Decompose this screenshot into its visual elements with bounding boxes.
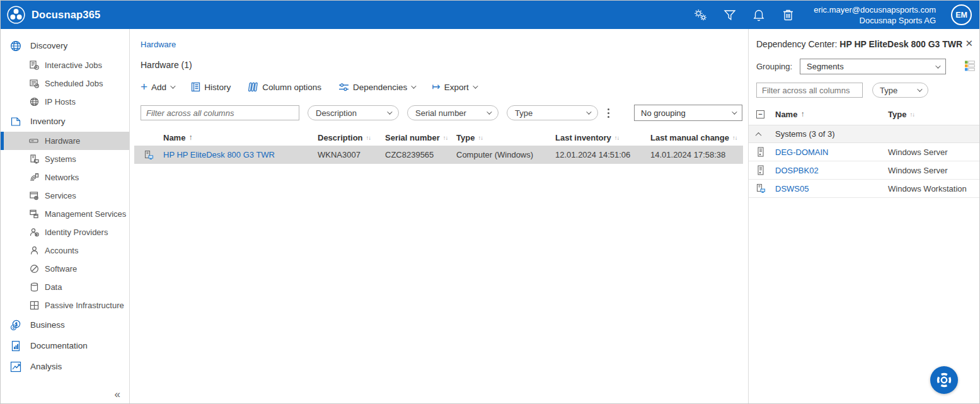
add-button[interactable]: + Add [141, 83, 174, 92]
export-icon: ↦ [432, 83, 440, 91]
column-header-last-inventory[interactable]: Last inventory↑↓ [555, 133, 650, 142]
trash-icon[interactable] [781, 8, 795, 22]
docusnap-window: Docusnap365 eric.mayer@docusnapspor [0, 0, 980, 404]
sort-icon: ↑↓ [366, 134, 371, 141]
column-header-last-manual-change[interactable]: Last manual change↑↓ [650, 133, 743, 142]
top-header: Docusnap365 eric.mayer@docusnapspor [1, 1, 979, 29]
grouping-dropdown[interactable]: No grouping [634, 105, 742, 121]
systems-group-row[interactable]: Systems (3 of 3) [749, 125, 980, 143]
panel-title: Dependency Center: HP HP EliteDesk 800 G… [749, 29, 980, 49]
panel-row-link[interactable]: DEG-DOMAIN [775, 147, 829, 157]
cell-last-inventory: 12.01.2024 14:51:06 [555, 150, 650, 159]
sidebar-item-analysis[interactable]: Analysis [1, 356, 129, 377]
type-filter-dropdown[interactable]: Type [507, 105, 598, 120]
sort-asc-icon: ↑ [188, 133, 192, 142]
hardware-row-link[interactable]: HP HP EliteDesk 800 G3 TWR [163, 150, 275, 159]
grouping-row: Grouping: Segments [756, 59, 975, 74]
notifications-bell-icon[interactable] [752, 8, 766, 22]
business-icon [10, 320, 21, 331]
panel-title-target: HP HP EliteDesk 800 G3 TWR [839, 39, 962, 49]
filter-all-columns-input[interactable] [141, 105, 299, 120]
avatar[interactable]: EM [951, 4, 972, 25]
panel-row-link[interactable]: DOSPBK02 [775, 166, 819, 175]
globe-icon [10, 40, 21, 52]
sidebar-item-services[interactable]: Services [1, 187, 129, 205]
sidebar-item-interactive-jobs[interactable]: Interactive Jobs [1, 56, 129, 74]
more-filters-kebab-icon[interactable] [606, 107, 611, 119]
sidebar-item-hardware[interactable]: Hardware [1, 132, 129, 150]
support-button[interactable] [930, 366, 958, 394]
gears-icon[interactable] [694, 8, 708, 22]
analysis-icon [10, 361, 21, 372]
panel-row[interactable]: DOSPBK02 Windows Server [749, 161, 980, 180]
services-icon [29, 191, 39, 200]
panel-filter-input[interactable] [756, 83, 863, 98]
sidebar-item-management-services[interactable]: Management Services [1, 205, 129, 223]
server-icon [756, 165, 775, 175]
column-options-button[interactable]: Column options [248, 82, 321, 92]
sidebar-item-data[interactable]: Data [1, 278, 129, 296]
panel-filter-bar: Type [756, 83, 973, 98]
hardware-icon [29, 136, 39, 146]
sort-icon: ↑↓ [478, 134, 483, 141]
filter-bar: Description Serial number Type No groupi… [141, 105, 742, 121]
group-label: Systems (3 of 3) [775, 129, 888, 139]
networks-icon [29, 173, 39, 182]
grouping-label: Grouping: [756, 62, 792, 71]
segments-grouping-dropdown[interactable]: Segments [800, 59, 946, 74]
cell-serial-number: CZC8239565 [385, 150, 456, 159]
panel-row[interactable]: DSWS05 Windows Workstation [749, 180, 980, 198]
documentation-icon [10, 340, 21, 352]
sidebar-item-business[interactable]: Business [1, 315, 129, 335]
sidebar-item-systems[interactable]: Systems [1, 150, 129, 168]
user-email: eric.mayer@docusnapsports.com [814, 4, 936, 15]
cell-description: WKNA3007 [318, 150, 385, 159]
sidebar-collapse-button[interactable]: « [115, 388, 120, 401]
management-services-icon [29, 209, 39, 219]
export-button[interactable]: ↦ Export [432, 83, 476, 92]
column-header-name[interactable]: Name↑ [163, 133, 318, 142]
sidebar-item-scheduled-jobs[interactable]: Scheduled Jobs [1, 74, 129, 93]
sidebar-item-documentation[interactable]: Documentation [1, 335, 129, 356]
collapse-all-icon[interactable]: − [756, 110, 764, 118]
column-header-type[interactable]: Type↑↓ [456, 133, 555, 142]
panel-cell-type: Windows Workstation [888, 184, 973, 193]
plus-icon: + [141, 83, 147, 91]
panel-row-link[interactable]: DSWS05 [775, 184, 809, 193]
sidebar-item-networks[interactable]: Networks [1, 168, 129, 187]
legend-icon[interactable] [965, 61, 975, 73]
close-icon[interactable]: ✕ [965, 39, 973, 48]
chevron-down-icon [170, 83, 175, 88]
description-filter-dropdown[interactable]: Description [308, 105, 399, 120]
history-icon [191, 82, 200, 92]
sort-icon: ↑↓ [443, 134, 448, 141]
scheduled-jobs-icon [29, 79, 39, 88]
sidebar-item-identity-providers[interactable]: Identity Providers [1, 223, 129, 241]
user-identity[interactable]: eric.mayer@docusnapsports.com Docusnap S… [814, 4, 936, 26]
column-header-description[interactable]: Description↑↓ [318, 133, 385, 142]
sidebar-item-ip-hosts[interactable]: IP Hosts [1, 93, 129, 111]
table-row[interactable]: HP HP EliteDesk 800 G3 TWR WKNA3007 CZC8… [134, 146, 743, 164]
sidebar-item-software[interactable]: Software [1, 260, 129, 278]
dependency-center-panel: Dependency Center: HP HP EliteDesk 800 G… [748, 29, 980, 403]
sidebar-item-passive-infrastructure[interactable]: Passive Infrastructure [1, 296, 129, 315]
panel-cell-type: Windows Server [888, 166, 973, 175]
panel-column-header-name[interactable]: Name↑ [775, 110, 888, 119]
history-button[interactable]: History [191, 82, 231, 92]
dependencies-button[interactable]: Dependencies [338, 83, 415, 92]
toolbar: + Add History Column options Dependencie… [141, 79, 747, 95]
sort-asc-icon: ↑ [800, 110, 804, 118]
breadcrumb-hardware-link[interactable]: Hardware [141, 40, 176, 49]
sidebar-item-accounts[interactable]: Accounts [1, 241, 129, 260]
main-content: Hardware Hardware (1) + Add History Colu… [130, 29, 747, 403]
panel-column-header-type[interactable]: Type↑↓ [888, 110, 973, 119]
page-title: Hardware (1) [141, 60, 747, 70]
sidebar-item-discovery[interactable]: Discovery [1, 35, 129, 56]
panel-type-filter-dropdown[interactable]: Type [872, 83, 928, 98]
ip-hosts-icon [29, 97, 39, 107]
serial-number-filter-dropdown[interactable]: Serial number [407, 105, 499, 120]
filter-funnel-icon[interactable] [723, 8, 737, 22]
panel-row[interactable]: DEG-DOMAIN Windows Server [749, 143, 980, 161]
sidebar-item-inventory[interactable]: Inventory [1, 111, 129, 132]
column-header-serial-number[interactable]: Serial number↑↓ [385, 133, 456, 142]
